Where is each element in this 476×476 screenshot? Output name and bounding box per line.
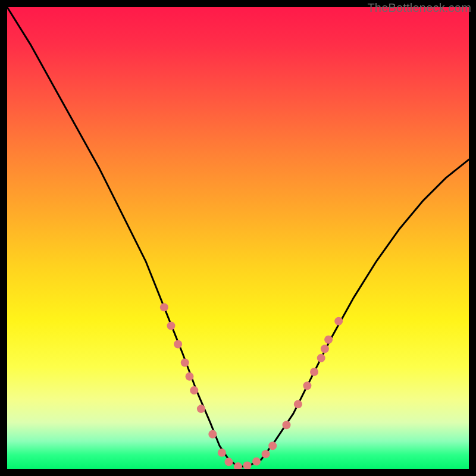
data-marker bbox=[321, 345, 329, 353]
data-marker bbox=[310, 368, 318, 376]
data-marker bbox=[268, 441, 277, 450]
data-marker bbox=[224, 458, 233, 466]
data-marker bbox=[317, 354, 325, 362]
data-marker bbox=[324, 336, 333, 344]
data-marker bbox=[167, 321, 175, 330]
data-marker bbox=[186, 372, 194, 381]
data-marker bbox=[303, 381, 311, 390]
data-marker bbox=[197, 405, 205, 413]
data-marker bbox=[252, 458, 261, 466]
data-marker bbox=[208, 430, 217, 439]
data-marker bbox=[334, 317, 343, 325]
data-marker bbox=[294, 400, 302, 408]
chart-frame: TheBottleneck.com bbox=[0, 0, 476, 476]
data-markers bbox=[160, 303, 343, 469]
data-marker bbox=[243, 462, 252, 469]
bottleneck-curve bbox=[7, 7, 469, 466]
plot-area bbox=[7, 7, 469, 469]
data-marker bbox=[174, 340, 182, 348]
curve-layer bbox=[7, 7, 469, 469]
data-marker bbox=[160, 303, 168, 311]
data-marker bbox=[262, 450, 270, 458]
data-marker bbox=[181, 359, 189, 367]
data-marker bbox=[218, 449, 226, 457]
curve-path bbox=[7, 7, 469, 466]
data-marker bbox=[190, 386, 198, 394]
watermark-text: TheBottleneck.com bbox=[367, 1, 471, 15]
data-marker bbox=[282, 421, 290, 429]
